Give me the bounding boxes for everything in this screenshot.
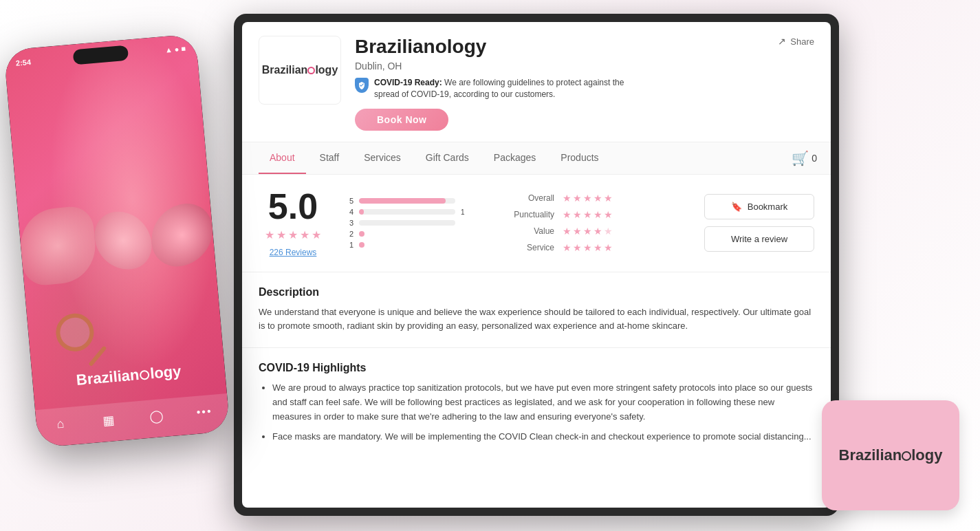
magnifier-circle bbox=[54, 312, 96, 354]
book-now-button[interactable]: Book Now bbox=[355, 109, 448, 131]
tab-about[interactable]: About bbox=[259, 142, 306, 174]
bar-dot-1 bbox=[359, 242, 364, 248]
phone-profile-icon[interactable]: ◯ bbox=[148, 408, 164, 424]
phone-more-icon[interactable]: ••• bbox=[196, 403, 213, 420]
rating-bars: 5 4 1 3 2 1 bbox=[348, 188, 486, 258]
description-section: Description We understand that everyone … bbox=[242, 272, 831, 349]
bar-dot-2 bbox=[359, 231, 364, 237]
phone-screen: 2:54 ▲ ● ■ Brazilianlogy ⌂ ▦ ◯ ••• bbox=[3, 34, 230, 448]
bar-row-2: 2 bbox=[348, 230, 486, 238]
cat-service-label: Service bbox=[506, 243, 554, 252]
covid-highlights-section: COVID-19 Highlights We are proud to alwa… bbox=[242, 348, 831, 463]
share-label: Share bbox=[790, 36, 814, 47]
logo-card: Brazilianlogy bbox=[822, 400, 959, 510]
covid-highlights-title: COVID-19 Highlights bbox=[259, 362, 814, 374]
cat-overall-stars: ★★★★★ bbox=[563, 193, 613, 204]
star-1: ★ bbox=[265, 228, 274, 241]
bar-label-3: 3 bbox=[348, 219, 353, 227]
covid-label: COVID-19 Ready: bbox=[374, 78, 442, 87]
bar-row-4: 4 1 bbox=[348, 208, 486, 216]
cat-punctuality-stars: ★★★★★ bbox=[563, 209, 613, 220]
phone-time: 2:54 bbox=[15, 58, 31, 67]
bar-fill-4 bbox=[359, 209, 364, 215]
app-header: Brazilianlogy Brazilianology Dublin, OH … bbox=[242, 22, 831, 142]
bar-label-5: 5 bbox=[348, 197, 353, 205]
phone-mockup: 2:54 ▲ ● ■ Brazilianlogy ⌂ ▦ ◯ ••• bbox=[3, 34, 230, 448]
business-info: Brazilianology Dublin, OH COVID-19 Ready… bbox=[355, 36, 814, 131]
cat-punctuality: Punctuality ★★★★★ bbox=[506, 209, 613, 220]
bar-label-2: 2 bbox=[348, 230, 353, 238]
cat-value-stars: ★★★★★ bbox=[563, 226, 613, 237]
magnifier-decoration bbox=[54, 310, 114, 370]
logo-card-text: Brazilianlogy bbox=[839, 446, 943, 464]
logo-o-circle bbox=[140, 370, 150, 380]
bar-row-3: 3 bbox=[348, 219, 486, 227]
bar-row-5: 5 bbox=[348, 197, 486, 205]
write-review-button[interactable]: Write a review bbox=[704, 226, 814, 252]
tablet-screen: Brazilianlogy Brazilianology Dublin, OH … bbox=[242, 22, 831, 508]
reviews-section: 5.0 ★ ★ ★ ★ ★ 226 Reviews 5 4 bbox=[242, 175, 831, 272]
cat-value: Value ★★★★★ bbox=[506, 226, 613, 237]
action-buttons: 🔖 Bookmark Write a review bbox=[704, 188, 814, 258]
tab-staff[interactable]: Staff bbox=[309, 142, 351, 174]
cat-overall: Overall ★★★★★ bbox=[506, 193, 613, 204]
share-button[interactable]: ↗ Share bbox=[778, 36, 814, 47]
bar-label-1: 1 bbox=[348, 241, 353, 249]
bookmark-button[interactable]: 🔖 Bookmark bbox=[704, 194, 814, 219]
reviews-link[interactable]: 226 Reviews bbox=[270, 248, 317, 257]
covid-item-2: Face masks are mandatory. We will be imp… bbox=[272, 430, 814, 444]
cat-punctuality-label: Punctuality bbox=[506, 210, 554, 219]
logo-card-o bbox=[902, 451, 911, 461]
cat-overall-label: Overall bbox=[506, 193, 554, 203]
covid-item-1: We are proud to always practice top sani… bbox=[272, 381, 814, 424]
business-logo-text: Brazilianlogy bbox=[262, 64, 338, 76]
covid-highlights-list: We are proud to always practice top sani… bbox=[259, 381, 814, 444]
star-4: ★ bbox=[300, 228, 309, 241]
covid-badge: COVID-19 Ready: We are following guideli… bbox=[355, 77, 814, 100]
cat-value-label: Value bbox=[506, 226, 554, 236]
bookmark-icon: 🔖 bbox=[731, 202, 742, 212]
bar-fill-5 bbox=[359, 198, 446, 204]
tab-packages[interactable]: Packages bbox=[483, 142, 547, 174]
magnifier-handle bbox=[88, 345, 107, 367]
bar-track-3 bbox=[359, 220, 455, 226]
business-location: Dublin, OH bbox=[355, 61, 814, 72]
cart-count: 0 bbox=[812, 153, 817, 164]
covid-text: COVID-19 Ready: We are following guideli… bbox=[374, 77, 649, 100]
rating-stars: ★ ★ ★ ★ ★ bbox=[259, 228, 327, 241]
description-title: Description bbox=[259, 286, 814, 299]
write-review-label: Write a review bbox=[731, 234, 787, 244]
bookmark-label: Bookmark bbox=[748, 202, 788, 212]
star-2: ★ bbox=[276, 228, 286, 241]
business-logo-box: Brazilianlogy bbox=[259, 36, 341, 105]
rating-summary: 5.0 ★ ★ ★ ★ ★ 226 Reviews bbox=[259, 188, 327, 258]
tablet-mockup: Brazilianlogy Brazilianology Dublin, OH … bbox=[234, 14, 839, 516]
rating-number: 5.0 bbox=[259, 188, 327, 224]
bar-row-1: 1 bbox=[348, 241, 486, 249]
bar-count-4: 1 bbox=[461, 208, 465, 216]
star-3: ★ bbox=[288, 228, 298, 241]
share-icon: ↗ bbox=[778, 36, 786, 47]
logo-o bbox=[307, 67, 315, 74]
tab-services[interactable]: Services bbox=[353, 142, 412, 174]
bar-track-5 bbox=[359, 198, 455, 204]
phone-home-icon[interactable]: ⌂ bbox=[52, 416, 69, 433]
cat-service-stars: ★★★★★ bbox=[563, 242, 613, 253]
tab-gift-cards[interactable]: Gift Cards bbox=[415, 142, 480, 174]
star-5: ★ bbox=[312, 228, 321, 241]
cat-service: Service ★★★★★ bbox=[506, 242, 613, 253]
bar-label-4: 4 bbox=[348, 208, 353, 216]
category-ratings: Overall ★★★★★ Punctuality ★★★★★ Value ★★… bbox=[506, 188, 613, 258]
app-navigation: About Staff Services Gift Cards Packages… bbox=[242, 142, 831, 175]
tab-products[interactable]: Products bbox=[549, 142, 609, 174]
bar-track-4 bbox=[359, 209, 455, 215]
cart-area[interactable]: 🛒 0 bbox=[792, 150, 817, 166]
description-text: We understand that everyone is unique an… bbox=[259, 305, 814, 334]
covid-shield-icon bbox=[355, 78, 369, 93]
business-name: Brazilianology bbox=[355, 36, 814, 58]
phone-calendar-icon[interactable]: ▦ bbox=[100, 412, 117, 429]
cart-icon: 🛒 bbox=[792, 150, 809, 166]
